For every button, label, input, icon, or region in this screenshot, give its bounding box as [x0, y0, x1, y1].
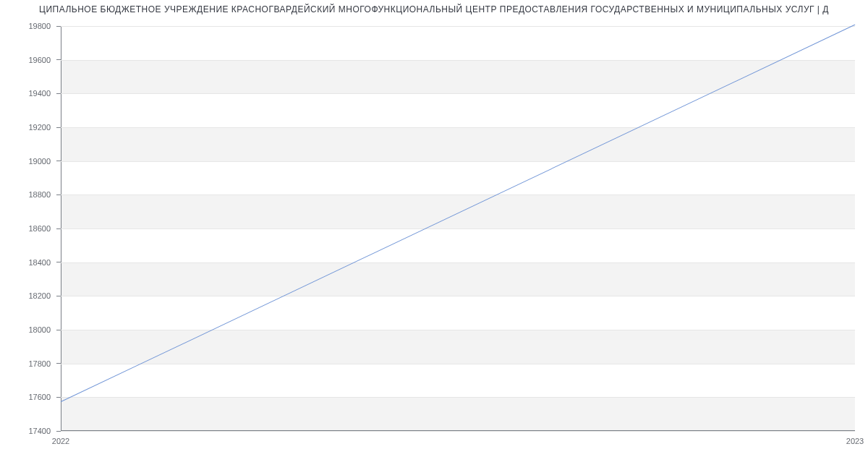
line-series [61, 26, 855, 431]
y-tick-label: 18600 [28, 224, 61, 233]
y-tick-label: 18400 [28, 258, 61, 267]
x-tick-label: 2023 [846, 431, 864, 445]
y-tick-label: 19600 [28, 56, 61, 64]
gridline-h [61, 431, 855, 432]
chart-title: ЦИПАЛЬНОЕ БЮДЖЕТНОЕ УЧРЕЖДЕНИЕ КРАСНОГВА… [0, 4, 868, 14]
y-tick-label: 17600 [28, 393, 61, 401]
y-tick-label: 18200 [28, 291, 61, 300]
x-tick-label: 2022 [52, 431, 69, 445]
plot-area: 1740017600178001800018200184001860018800… [61, 26, 855, 431]
y-tick-label: 19200 [28, 123, 61, 132]
y-tick-label: 18800 [28, 190, 61, 199]
y-tick-label: 19800 [28, 22, 61, 30]
y-tick-label: 19000 [28, 157, 61, 166]
y-tick-label: 19400 [28, 89, 61, 98]
y-tick-label: 17800 [28, 359, 61, 368]
y-tick-label: 18000 [28, 325, 61, 334]
